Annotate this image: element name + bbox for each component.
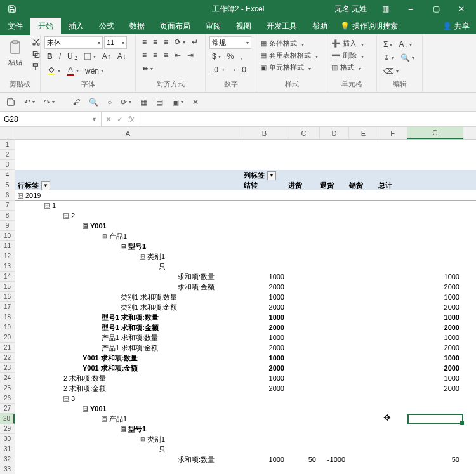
collapse-icon[interactable]: ⊟: [140, 437, 145, 442]
row-header-22[interactable]: 22: [0, 353, 15, 363]
row-header-10[interactable]: 10: [0, 231, 15, 241]
increase-decimal-icon[interactable]: .0→: [209, 64, 228, 76]
pivot-row-21[interactable]: 产品1 求和项:金额20002000: [15, 343, 476, 353]
row-header-8[interactable]: 8: [0, 211, 15, 221]
tab-review[interactable]: 审阅: [198, 18, 228, 35]
qat-redo-icon[interactable]: ↷: [41, 96, 57, 108]
qat-circle-icon[interactable]: ○: [105, 96, 114, 108]
row-header-31[interactable]: 31: [0, 444, 15, 454]
font-color-button[interactable]: A: [64, 64, 81, 77]
qat-undo-icon[interactable]: ↶: [22, 96, 37, 108]
pivot-row-28[interactable]: ⊟产品1: [15, 414, 476, 424]
comma-format-icon[interactable]: ,: [237, 51, 244, 62]
pivot-row-16[interactable]: 类别1 求和项:数量10001000: [15, 292, 476, 302]
row-header-1[interactable]: 1: [0, 140, 15, 150]
format-cells-button[interactable]: ▥格式: [331, 63, 361, 72]
row-header-13[interactable]: 13: [0, 261, 15, 272]
decrease-font-icon[interactable]: A↓: [115, 51, 129, 62]
pivot-row-20[interactable]: 产品1 求和项:数量10001000: [15, 332, 476, 343]
name-box-dropdown-icon[interactable]: ▼: [91, 116, 97, 122]
col-header-B[interactable]: B: [241, 127, 288, 139]
font-size-select[interactable]: 11: [104, 36, 127, 49]
conditional-formatting-button[interactable]: ▦条件格式: [260, 39, 304, 48]
tab-file[interactable]: 文件: [0, 18, 30, 35]
qat-refresh-icon[interactable]: ⟳: [118, 96, 134, 108]
align-right-icon[interactable]: ≡: [161, 49, 171, 61]
find-select-button[interactable]: 🔍: [398, 52, 417, 63]
tab-developer[interactable]: 开发工具: [259, 18, 305, 35]
enter-formula-icon[interactable]: ✓: [117, 115, 123, 124]
pivot-row-10[interactable]: ⊟产品1: [15, 231, 476, 241]
align-left-icon[interactable]: ≡: [140, 49, 149, 61]
cancel-formula-icon[interactable]: ✕: [105, 115, 112, 124]
paste-button[interactable]: 粘贴: [4, 36, 27, 70]
pivot-row-19[interactable]: 型号1 求和项:金额20002000: [15, 322, 476, 332]
row-header-32[interactable]: 32: [0, 454, 15, 464]
format-as-table-button[interactable]: ▤套用表格格式: [260, 51, 318, 60]
insert-cells-button[interactable]: ➕插入: [331, 39, 364, 48]
row-header-2[interactable]: 2: [0, 150, 15, 160]
qat-borders-icon[interactable]: ▤: [154, 96, 166, 108]
row-header-5[interactable]: 5: [0, 180, 15, 190]
collapse-icon[interactable]: ⊟: [102, 416, 107, 422]
pivot-row-23[interactable]: Y001 求和项:金额20002000: [15, 363, 476, 373]
collapse-icon[interactable]: ⊟: [102, 234, 107, 239]
pivot-row-17[interactable]: 类别1 求和项:金额20002000: [15, 302, 476, 312]
pivot-row-22[interactable]: Y001 求和项:数量10001000: [15, 353, 476, 363]
row-header-27[interactable]: 27: [0, 404, 15, 414]
cell-styles-button[interactable]: ▣单元格样式: [260, 63, 311, 72]
pivot-row-30[interactable]: ⊟类别1: [15, 434, 476, 444]
user-name[interactable]: 无名 无姓: [331, 3, 371, 16]
tab-page-layout[interactable]: 页面布局: [152, 18, 198, 35]
row-header-30[interactable]: 30: [0, 434, 15, 444]
collapse-icon[interactable]: ⊟: [121, 426, 126, 432]
percent-format-icon[interactable]: %: [225, 51, 237, 62]
collapse-icon[interactable]: ⊟: [63, 396, 69, 402]
pivot-row-18[interactable]: 型号1 求和项:数量10001000: [15, 312, 476, 322]
align-center-icon[interactable]: ≡: [150, 49, 160, 61]
merge-center-button[interactable]: ⬌: [140, 63, 155, 74]
orientation-icon[interactable]: ⟳: [172, 36, 188, 48]
close-button[interactable]: ✕: [451, 3, 472, 15]
row-header-3[interactable]: 3: [0, 160, 15, 170]
col-header-A[interactable]: A: [15, 127, 241, 139]
decrease-decimal-icon[interactable]: ←.0: [230, 64, 249, 76]
delete-cells-button[interactable]: ➖删除: [331, 51, 364, 60]
qat-freeze-icon[interactable]: ▦: [138, 96, 150, 108]
bold-button[interactable]: B: [44, 51, 55, 62]
collapse-icon[interactable]: ⊟: [18, 193, 23, 199]
column-labels-filter-icon[interactable]: ▼: [267, 171, 276, 180]
tab-data[interactable]: 数据: [122, 18, 152, 35]
formula-input[interactable]: [138, 112, 476, 126]
tab-home[interactable]: 开始: [30, 18, 61, 35]
col-header-C[interactable]: C: [288, 127, 320, 139]
tab-view[interactable]: 视图: [228, 18, 259, 35]
col-header-F[interactable]: F: [378, 127, 407, 139]
save-icon[interactable]: [5, 3, 19, 15]
row-header-19[interactable]: 19: [0, 322, 15, 332]
row-header-4[interactable]: 4: [0, 170, 15, 180]
row-header-12[interactable]: 12: [0, 251, 15, 261]
pivot-row-29[interactable]: ⊟型号1: [15, 424, 476, 434]
pivot-row-31[interactable]: 只: [15, 444, 476, 454]
pivot-row-8[interactable]: ⊟2: [15, 211, 476, 221]
row-header-24[interactable]: 24: [0, 373, 15, 383]
row-labels-filter-icon[interactable]: ▼: [41, 181, 50, 190]
pivot-row-14[interactable]: 求和项:数量10001000: [15, 272, 476, 282]
pivot-row-9[interactable]: ⊟Y001: [15, 221, 476, 231]
row-header-29[interactable]: 29: [0, 424, 15, 434]
row-header-25[interactable]: 25: [0, 383, 15, 393]
increase-font-icon[interactable]: A↑: [100, 51, 114, 62]
qat-format-painter-icon[interactable]: 🖌: [70, 96, 83, 108]
pivot-row-6[interactable]: ⊟2019: [15, 190, 476, 201]
pivot-row-13[interactable]: 只: [15, 261, 476, 272]
collapse-icon[interactable]: ⊟: [83, 406, 88, 412]
fill-color-button[interactable]: [44, 65, 63, 77]
pivot-row-27[interactable]: ⊟Y001: [15, 404, 476, 414]
qat-camera-icon[interactable]: ▣: [169, 96, 186, 108]
wrap-text-icon[interactable]: ↵: [189, 36, 201, 48]
collapse-icon[interactable]: ⊟: [83, 223, 88, 229]
ribbon-display-options-icon[interactable]: ▥: [374, 3, 396, 15]
cells-area[interactable]: 列标签▼ 行标签▼ 结转 进货 退货 销货 总计 ⊟2019⊟1⊟2⊟Y001⊟…: [15, 140, 476, 474]
decrease-indent-icon[interactable]: ⇤: [172, 49, 183, 61]
